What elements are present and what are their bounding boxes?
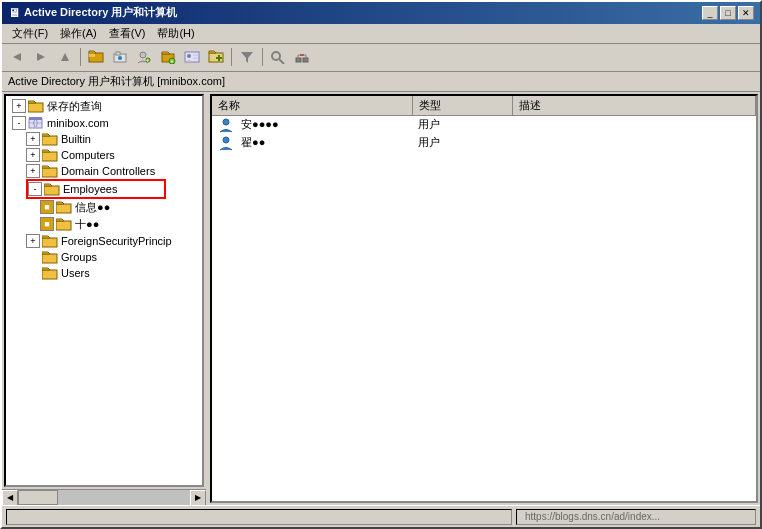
folder-builtin-icon	[42, 132, 58, 146]
back-button[interactable]	[6, 46, 28, 68]
status-right-text: https://blogs.dns.cn/ad/index...	[525, 511, 660, 522]
toolbar-btn-5[interactable]	[181, 46, 203, 68]
svg-text:+: +	[146, 57, 149, 63]
svg-text:+: +	[171, 58, 174, 64]
svg-rect-43	[42, 238, 57, 247]
expand-computers[interactable]: +	[26, 148, 40, 162]
svg-marker-13	[162, 52, 170, 54]
svg-marker-5	[89, 51, 96, 53]
groups-label: Groups	[61, 251, 97, 263]
svg-point-20	[272, 52, 280, 60]
tree-hscrollbar[interactable]: ◀ ▶	[2, 489, 206, 505]
toolbar-btn-3[interactable]: +	[133, 46, 155, 68]
menu-view[interactable]: 查看(V)	[103, 25, 152, 42]
tree-item-groups[interactable]: Groups	[8, 249, 200, 265]
expand-info2[interactable]: ■	[40, 217, 54, 231]
tree-item-info2[interactable]: ■ 十●●	[8, 216, 200, 233]
tree: + 保存的查询 -	[6, 96, 202, 283]
toolbar-filter-btn[interactable]	[236, 46, 258, 68]
folder-icon	[28, 99, 44, 113]
toolbar-find-btn[interactable]	[267, 46, 289, 68]
tree-item-domain-controllers[interactable]: + Domain Controllers	[8, 163, 200, 179]
tree-panel[interactable]: + 保存的查询 -	[4, 94, 204, 488]
col-desc[interactable]: 描述	[512, 96, 756, 116]
tree-item-minibox[interactable]: - minibox.com	[8, 115, 200, 131]
toolbar: + +	[2, 44, 760, 72]
menu-help[interactable]: 帮助(H)	[151, 25, 200, 42]
expand-dc[interactable]: +	[26, 164, 40, 178]
toolbar-btn-2[interactable]	[109, 46, 131, 68]
status-panel-left	[6, 509, 512, 525]
col-name[interactable]: 名称	[212, 96, 412, 116]
tree-item-builtin[interactable]: + Builtin	[8, 131, 200, 147]
svg-marker-2	[61, 53, 69, 61]
close-button[interactable]: ✕	[738, 6, 754, 20]
svg-point-50	[223, 137, 229, 143]
svg-point-25	[300, 54, 302, 56]
table-row[interactable]: 安●●●● 用户	[212, 115, 756, 134]
toolbar-btn-1[interactable]	[85, 46, 107, 68]
cell-type-1: 用户	[412, 115, 512, 134]
maximize-button[interactable]: □	[720, 6, 736, 20]
svg-rect-31	[42, 136, 57, 145]
expand-foreign[interactable]: +	[26, 234, 40, 248]
svg-marker-48	[42, 268, 50, 270]
col-type[interactable]: 类型	[412, 96, 512, 116]
toolbar-separator-1	[80, 48, 81, 66]
cell-name-1: 安●●●●	[212, 115, 412, 134]
tree-item-saved-queries[interactable]: + 保存的查询	[8, 98, 200, 115]
toolbar-btn-4[interactable]: +	[157, 46, 179, 68]
builtin-label: Builtin	[61, 133, 91, 145]
forward-button[interactable]	[30, 46, 52, 68]
tree-item-info1[interactable]: ■ 信息●●	[8, 199, 200, 216]
svg-rect-47	[42, 270, 57, 279]
expand-info1[interactable]: ■	[40, 200, 54, 214]
tree-item-users[interactable]: Users	[8, 265, 200, 281]
employees-label: Employees	[63, 183, 117, 195]
minimize-button[interactable]: _	[702, 6, 718, 20]
svg-point-26	[302, 54, 304, 56]
svg-rect-27	[28, 103, 43, 112]
minibox-label: minibox.com	[47, 117, 109, 129]
title-bar-icon: 🖥	[8, 6, 20, 20]
toolbar-separator-3	[262, 48, 263, 66]
tree-item-foreign[interactable]: + ForeignSecurityPrincip	[8, 233, 200, 249]
tree-scroll-left[interactable]: ◀	[2, 490, 18, 506]
tree-scroll-track[interactable]	[18, 490, 190, 505]
tree-item-employees[interactable]: - Employees	[26, 179, 166, 199]
svg-point-8	[118, 56, 122, 60]
svg-rect-39	[56, 204, 71, 213]
toolbar-btn-6[interactable]	[205, 46, 227, 68]
table-row[interactable]: 翟●● 用户	[212, 134, 756, 152]
main-area: + 保存的查询 -	[2, 92, 760, 506]
expand-minibox[interactable]: -	[12, 116, 26, 130]
svg-rect-30	[29, 117, 42, 120]
menu-file[interactable]: 文件(F)	[6, 25, 54, 42]
svg-marker-28	[28, 101, 36, 103]
svg-marker-40	[56, 202, 64, 204]
folder-info1-icon	[56, 200, 72, 214]
svg-marker-32	[42, 134, 50, 136]
dc-label: Domain Controllers	[61, 165, 155, 177]
tree-scroll-thumb[interactable]	[18, 490, 58, 505]
expand-builtin[interactable]: +	[26, 132, 40, 146]
toolbar-connect-btn[interactable]	[291, 46, 313, 68]
svg-rect-29	[29, 119, 42, 128]
menu-action[interactable]: 操作(A)	[54, 25, 103, 42]
list-body: 安●●●● 用户 翟●	[212, 115, 756, 152]
folder-info2-icon	[56, 217, 72, 231]
users-label: Users	[61, 267, 90, 279]
info1-label: 信息●●	[75, 200, 110, 215]
cell-desc-2	[512, 134, 756, 152]
tree-item-computers[interactable]: + Computers	[8, 147, 200, 163]
svg-rect-41	[56, 221, 71, 230]
expand-saved-queries[interactable]: +	[12, 99, 26, 113]
info2-label: 十●●	[75, 217, 99, 232]
svg-marker-38	[44, 184, 52, 186]
expand-employees[interactable]: -	[28, 182, 42, 196]
up-button[interactable]	[54, 46, 76, 68]
svg-point-49	[223, 119, 229, 125]
menu-bar: 文件(F) 操作(A) 查看(V) 帮助(H)	[2, 24, 760, 44]
tree-scroll-right[interactable]: ▶	[190, 490, 206, 506]
svg-rect-4	[89, 53, 95, 57]
